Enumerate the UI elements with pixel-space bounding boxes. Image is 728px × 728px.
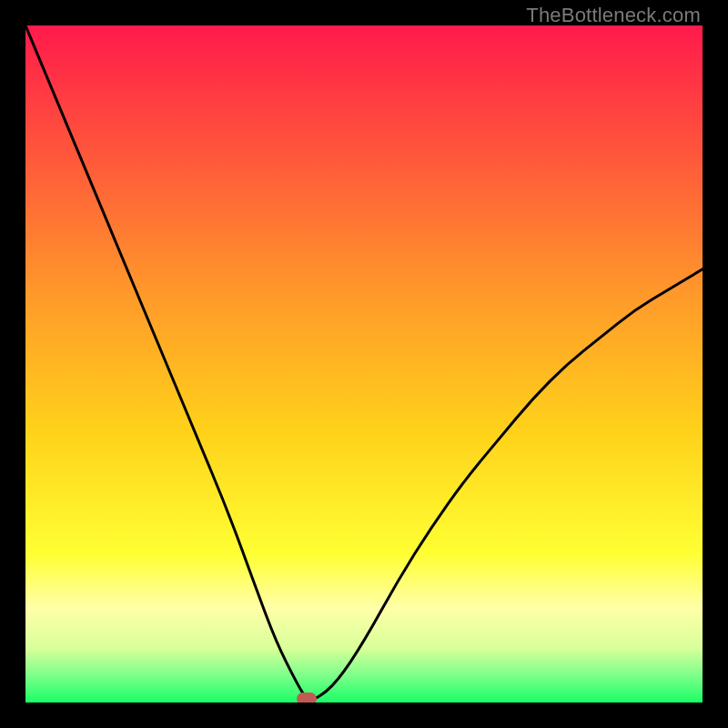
gradient-background xyxy=(25,25,703,703)
chart-frame: TheBottleneck.com xyxy=(0,0,728,728)
watermark-text: TheBottleneck.com xyxy=(526,4,701,27)
plot-area xyxy=(25,25,703,703)
optimal-marker xyxy=(297,693,317,703)
chart-svg xyxy=(25,25,703,703)
